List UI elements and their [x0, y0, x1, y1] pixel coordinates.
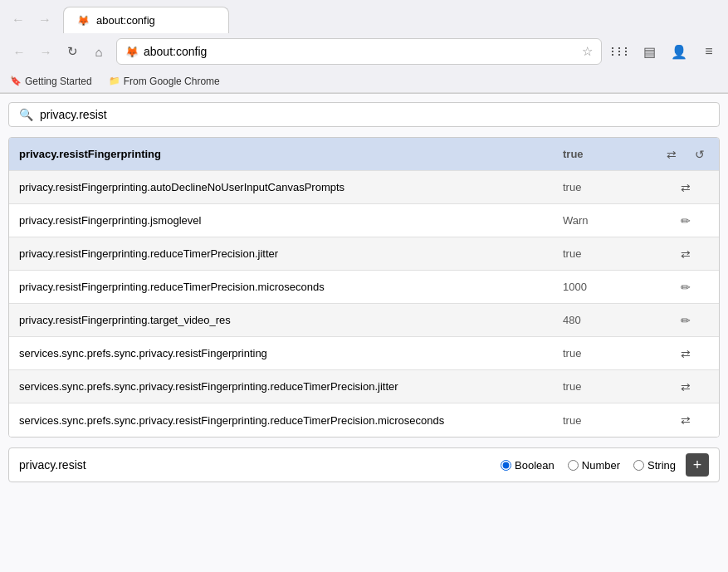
search-bar: 🔍	[8, 102, 720, 127]
tab-favicon: 🦊	[77, 15, 90, 27]
header-actions: ⇄ ↺	[652, 138, 719, 170]
row-value: true	[553, 370, 652, 403]
active-tab[interactable]: 🦊 about:config	[63, 7, 229, 33]
row-actions: ⇄	[652, 171, 719, 203]
back-button[interactable]: ←	[7, 8, 30, 32]
bookmark-from-chrome[interactable]: 📁 From Google Chrome	[105, 74, 223, 89]
row-value: true	[553, 237, 652, 270]
menu-button[interactable]: ≡	[696, 39, 721, 64]
home-button[interactable]: ⌂	[86, 39, 111, 64]
edit-button[interactable]: ✏	[673, 275, 698, 300]
address-lock-icon: 🦊	[125, 46, 139, 58]
table-row: privacy.resistFingerprinting.target_vide…	[9, 304, 719, 337]
row-name: privacy.resistFingerprinting.jsmoglevel	[9, 204, 553, 237]
header-name: privacy.resistFingerprinting	[9, 138, 553, 170]
radio-number-input[interactable]	[568, 460, 579, 471]
bookmark-label: Getting Started	[25, 76, 92, 87]
type-radio-group: Boolean Number String	[501, 459, 676, 472]
table-header-row: privacy.resistFingerprinting true ⇄ ↺	[9, 138, 719, 171]
edit-button[interactable]: ✏	[673, 308, 698, 333]
sidebar-button[interactable]: ▤	[637, 39, 662, 64]
folder-icon: 📁	[109, 76, 120, 86]
row-actions: ✏	[652, 304, 719, 336]
config-table: privacy.resistFingerprinting true ⇄ ↺ pr…	[8, 137, 720, 438]
row-name: privacy.resistFingerprinting.autoDecline…	[9, 171, 553, 203]
radio-string[interactable]: String	[633, 459, 676, 472]
radio-boolean-label: Boolean	[515, 459, 555, 472]
row-value: true	[553, 171, 652, 203]
nav-back-button[interactable]: ←	[7, 39, 32, 64]
row-value: 480	[553, 304, 652, 336]
toggle-button[interactable]: ⇄	[673, 175, 698, 200]
toggle-button[interactable]: ⇄	[673, 242, 698, 266]
row-name: services.sync.prefs.sync.privacy.resistF…	[9, 337, 553, 369]
radio-string-label: String	[647, 459, 676, 472]
bookmark-label: From Google Chrome	[124, 76, 220, 87]
radio-string-input[interactable]	[633, 460, 644, 471]
bookmark-getting-started[interactable]: 🔖 Getting Started	[7, 74, 95, 89]
address-input[interactable]	[144, 45, 577, 58]
table-row: privacy.resistFingerprinting.reduceTimer…	[9, 271, 719, 304]
row-value: Warn	[553, 204, 652, 237]
radio-number[interactable]: Number	[568, 459, 620, 472]
radio-number-label: Number	[582, 459, 620, 472]
bookmarks-bar: 🔖 Getting Started 📁 From Google Chrome	[0, 70, 728, 93]
account-button[interactable]: 👤	[667, 39, 691, 64]
header-toggle-button[interactable]: ⇄	[659, 142, 684, 167]
add-preference-button[interactable]: +	[686, 453, 709, 477]
row-name: services.sync.prefs.sync.privacy.resistF…	[9, 370, 553, 403]
add-preference-row: privacy.resist Boolean Number String +	[8, 447, 720, 482]
toggle-button[interactable]: ⇄	[673, 374, 698, 399]
row-value: 1000	[553, 271, 652, 303]
table-row: privacy.resistFingerprinting.reduceTimer…	[9, 237, 719, 271]
header-value: true	[553, 138, 652, 170]
page-content: 🔍 privacy.resistFingerprinting true ⇄ ↺ …	[0, 94, 728, 491]
search-icon: 🔍	[19, 108, 33, 121]
row-name: privacy.resistFingerprinting.reduceTimer…	[9, 271, 553, 303]
row-value: true	[553, 403, 652, 437]
nav-forward-button[interactable]: →	[33, 39, 58, 64]
address-bar-container: 🦊 ☆	[116, 38, 602, 65]
row-actions: ⇄	[652, 370, 719, 403]
row-actions: ✏	[652, 271, 719, 303]
table-row: privacy.resistFingerprinting.autoDecline…	[9, 171, 719, 204]
radio-boolean[interactable]: Boolean	[501, 459, 555, 472]
row-actions: ⇄	[652, 237, 719, 270]
row-name: services.sync.prefs.sync.privacy.resistF…	[9, 403, 553, 437]
table-row: privacy.resistFingerprinting.jsmoglevel …	[9, 204, 719, 237]
table-row: services.sync.prefs.sync.privacy.resistF…	[9, 403, 719, 437]
radio-boolean-input[interactable]	[501, 460, 511, 471]
forward-button[interactable]: →	[33, 8, 56, 32]
edit-button[interactable]: ✏	[673, 208, 698, 233]
toggle-button[interactable]: ⇄	[673, 341, 698, 366]
row-name: privacy.resistFingerprinting.reduceTimer…	[9, 237, 553, 270]
row-actions: ⇄	[652, 403, 719, 437]
toggle-button[interactable]: ⇄	[673, 408, 698, 433]
row-actions: ✏	[652, 204, 719, 237]
table-row: services.sync.prefs.sync.privacy.resistF…	[9, 337, 719, 370]
tab-title: about:config	[96, 14, 155, 27]
header-reset-button[interactable]: ↺	[687, 142, 712, 167]
row-name: privacy.resistFingerprinting.target_vide…	[9, 304, 553, 336]
library-button[interactable]: ⫶⫶⫶	[607, 39, 632, 64]
reload-button[interactable]: ↻	[60, 39, 85, 64]
row-actions: ⇄	[652, 337, 719, 369]
bookmark-star-icon[interactable]: ☆	[582, 44, 593, 59]
add-row-name: privacy.resist	[19, 458, 491, 472]
row-value: true	[553, 337, 652, 369]
table-row: services.sync.prefs.sync.privacy.resistF…	[9, 370, 719, 403]
search-input[interactable]	[40, 108, 709, 121]
bookmark-icon: 🔖	[10, 76, 22, 86]
